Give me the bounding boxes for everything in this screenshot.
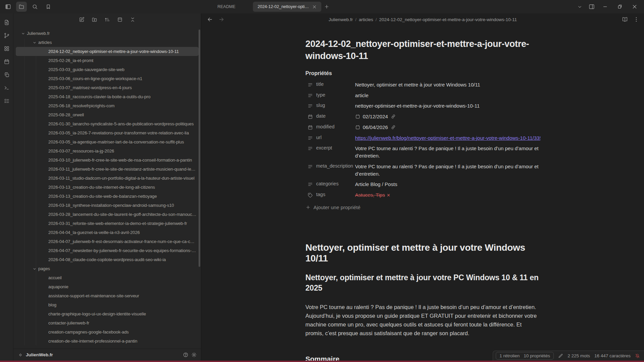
bookmarks-tab-button[interactable]	[43, 2, 54, 12]
property-key[interactable]: slug	[316, 102, 355, 108]
file-search-icon[interactable]	[4, 19, 10, 25]
link-icon[interactable]	[391, 125, 396, 130]
breadcrumb-item[interactable]: 2024-12-02_nettoyer-optimiser-et-mettre-…	[379, 17, 517, 22]
property-key[interactable]: excerpt	[316, 145, 355, 150]
tree-file[interactable]: creation-de-site-internet-professionnel-…	[16, 337, 199, 346]
tree-file[interactable]: 2026-03-10_julienweb-fr-cree-le-site-web…	[16, 156, 199, 165]
property-key[interactable]: modified	[316, 124, 355, 129]
forward-arrow-icon[interactable]	[218, 16, 224, 22]
property-value[interactable]: 02/12/2024	[355, 113, 540, 120]
property-row[interactable]: tagsAstuces, Tips✕	[306, 190, 540, 200]
tab-active-note[interactable]: 2024-12-02_nettoyer-opti…	[253, 2, 321, 12]
property-key[interactable]: type	[316, 92, 355, 98]
chevron-down-icon[interactable]	[32, 40, 37, 45]
property-value[interactable]: Article Blog / Posts	[355, 181, 540, 188]
tree-file[interactable]: blog	[16, 300, 199, 309]
property-value[interactable]: Astuces, Tips✕	[355, 191, 540, 199]
calendar-icon[interactable]	[4, 59, 10, 65]
link-icon[interactable]	[391, 114, 396, 119]
properties-heading[interactable]: Propriétés	[306, 70, 540, 76]
restore-button[interactable]	[612, 0, 627, 13]
breadcrumb[interactable]: Julienweb.fr/articles/2024-12-02_nettoye…	[202, 13, 644, 25]
word-count[interactable]: 2 225 mots	[568, 353, 590, 358]
tree-file[interactable]: charte-graphique-logo-ui-ux-design-ident…	[16, 309, 199, 318]
tree-file[interactable]: 2026-04-08_claude-code-copilote-wordpres…	[16, 255, 199, 264]
terminal-icon[interactable]	[4, 85, 10, 91]
tree-file[interactable]: 2026-03-07_ressources-ia-jg-2026	[16, 146, 199, 156]
tree-file[interactable]: 2025-08-28_orwell	[16, 110, 199, 119]
close-window-button[interactable]	[627, 0, 642, 13]
tree-file[interactable]: 2026-04-07_julienweb-fr-est-desormais-ac…	[16, 237, 199, 246]
git-branch-icon[interactable]	[4, 33, 10, 39]
property-row[interactable]: typearticle	[306, 90, 540, 101]
property-key[interactable]: title	[316, 81, 355, 87]
tree-file[interactable]: accueil	[16, 273, 199, 282]
tree-file[interactable]: 2025-02-26_ia-et-promt	[16, 56, 199, 65]
tree-file[interactable]: 2025-03-06_cours-en-ligne-google-workspa…	[16, 74, 199, 83]
property-key[interactable]: categories	[316, 181, 355, 186]
tree-file[interactable]: 2026-03-13_creation-du-site-web-de-balan…	[16, 192, 199, 201]
sort-icon[interactable]	[104, 17, 110, 22]
tree-file[interactable]: contacter-julienweb-fr	[16, 318, 199, 327]
new-folder-icon[interactable]	[92, 17, 97, 22]
add-property-button[interactable]: Ajouter une propriété	[306, 204, 540, 210]
property-value[interactable]: https://julienweb.fr/blog/nettoyer-optim…	[355, 134, 540, 142]
explorer-scrollbar[interactable]	[199, 29, 200, 267]
property-value[interactable]: article	[355, 92, 540, 99]
bell-off-icon[interactable]	[635, 353, 640, 358]
tree-file[interactable]: 2026-04-07_newsletter-by-julienweb-fr-se…	[16, 246, 199, 255]
property-key[interactable]: tags	[316, 191, 355, 197]
date-value[interactable]: 06/04/2026	[363, 124, 388, 131]
files-tab-button[interactable]	[16, 2, 27, 12]
tree-file[interactable]: creation-campagnes-google-facebook-ads	[16, 327, 199, 337]
tree-file[interactable]: assistance-support-et-maintenance-site-s…	[16, 291, 199, 300]
property-row[interactable]: date02/12/2024	[306, 111, 540, 122]
property-value[interactable]: Votre PC tourne au ralenti ? Pas de pani…	[355, 163, 540, 178]
stack-icon[interactable]	[117, 17, 123, 22]
minimize-button[interactable]	[598, 0, 612, 13]
tree-file[interactable]: 2026-03-28_lancement-du-site-de-laurent-…	[16, 210, 199, 219]
property-row[interactable]: meta_descriptionVotre PC tourne au ralen…	[306, 161, 540, 179]
properties-count[interactable]: 10 propriétés	[524, 353, 550, 358]
tree-file[interactable]: 2024-12-02_nettoyer-optimiser-et-mettre-…	[16, 47, 199, 56]
property-key[interactable]: meta_description	[316, 163, 355, 169]
close-tab-icon[interactable]	[312, 5, 317, 9]
backlink-count[interactable]: 1 rétrolien	[499, 353, 520, 358]
invalid-tag-value[interactable]: Astuces, Tips	[355, 192, 385, 198]
reading-view-icon[interactable]	[622, 16, 628, 22]
char-count[interactable]: 16 447 caractères	[594, 353, 631, 358]
tree-file[interactable]: 2026-01-30_lanarcho-syndicaliste-5-ans-d…	[16, 119, 199, 128]
toggle-right-sidebar-button[interactable]	[586, 0, 598, 13]
tree-folder[interactable]: articles	[16, 38, 199, 47]
property-value[interactable]: nettoyer-optimiser-et-mettre-a-jour-votr…	[355, 102, 540, 110]
tree-file[interactable]: 2026-03-05_ia-agentique-maitriser-lart-d…	[16, 137, 199, 146]
property-value[interactable]: Votre PC tourne au ralenti ? Pas de pani…	[355, 145, 540, 160]
tree-file[interactable]: 2026-03-11_julienweb-fr-cree-le-site-de-…	[16, 165, 199, 174]
collapse-all-icon[interactable]	[130, 17, 136, 22]
property-row[interactable]: modified06/04/2026	[306, 122, 540, 133]
toggle-left-sidebar-button[interactable]	[3, 2, 13, 12]
chevron-down-icon[interactable]	[32, 266, 37, 271]
breadcrumb-item[interactable]: articles	[359, 17, 373, 22]
tree-file[interactable]: 2025-04-18_raccourcis-clavier-la-boite-a…	[16, 92, 199, 101]
tree-folder[interactable]: pages	[16, 264, 199, 273]
remove-tag-icon[interactable]: ✕	[387, 193, 390, 198]
tree-file[interactable]: 2026-03-31_refonte-site-web-elementor-ia…	[16, 219, 199, 228]
back-arrow-icon[interactable]	[207, 16, 213, 22]
breadcrumb-item[interactable]: Julienweb.fr	[329, 17, 353, 22]
chevron-down-icon[interactable]	[21, 31, 25, 36]
search-tab-button[interactable]	[30, 2, 40, 12]
property-row[interactable]: titleNettoyer, optimiser et mettre à jou…	[306, 79, 540, 90]
property-value[interactable]: Nettoyer, optimiser et mettre à jour vot…	[355, 81, 540, 88]
tree-file[interactable]: 2026-03-11_studio-dadcom-un-portfolio-di…	[16, 174, 199, 183]
settings-gear-icon[interactable]	[191, 352, 197, 358]
tab-readme[interactable]: README	[201, 2, 252, 12]
tree-file[interactable]: 2025-03-03_guide-sauvegarde-site-web	[16, 65, 199, 74]
note-title[interactable]: 2024-12-02_nettoyer-optimiser-et-mettre-…	[306, 38, 540, 62]
tree-folder[interactable]: Julienweb.fr	[16, 29, 199, 38]
url-link[interactable]: https://julienweb.fr/blog/nettoyer-optim…	[355, 134, 540, 142]
tree-file[interactable]: 2026-03-13_creation-du-site-internet-de-…	[16, 183, 199, 192]
new-note-icon[interactable]	[79, 17, 85, 22]
vault-name[interactable]: JulienWeb.fr	[26, 352, 53, 357]
edit-mode-pencil-icon[interactable]	[558, 353, 563, 358]
